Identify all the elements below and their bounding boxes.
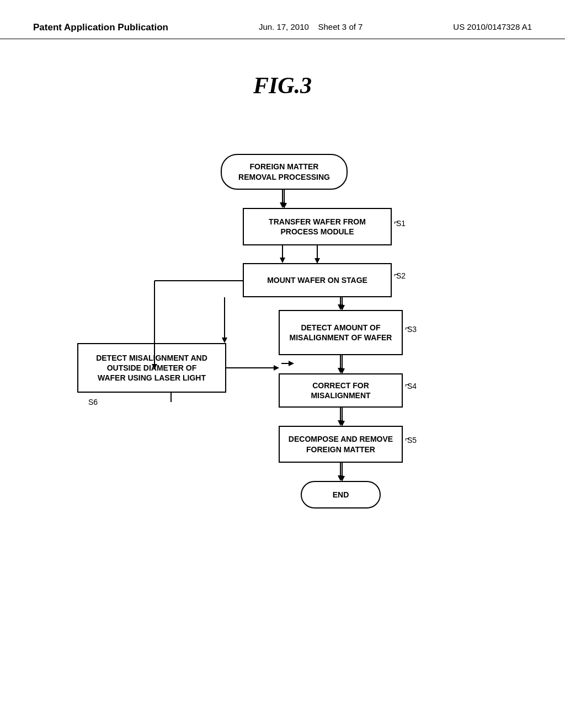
svg-marker-7 bbox=[222, 338, 227, 343]
svg-marker-27 bbox=[274, 365, 279, 371]
s4-node: CORRECT FOR MISALIGNMENT bbox=[279, 373, 403, 408]
diagram-container: FOREIGN MATTER REMOVAL PROCESSING TRANSF… bbox=[0, 126, 565, 623]
svg-marker-3 bbox=[280, 258, 285, 263]
svg-marker-15 bbox=[289, 361, 294, 366]
svg-marker-1 bbox=[280, 202, 285, 208]
figure-title: FIG.3 bbox=[0, 72, 565, 99]
header-patent-number: US 2010/0147328 A1 bbox=[453, 22, 532, 31]
s5-node: DECOMPOSE AND REMOVE FOREIGN MATTER bbox=[279, 426, 403, 463]
svg-marker-5 bbox=[338, 304, 343, 310]
s1-node: TRANSFER WAFER FROM PROCESS MODULE bbox=[243, 208, 392, 245]
header-publication: Patent Application Publication bbox=[33, 22, 168, 33]
s3-node: DETECT AMOUNT OF MISALIGNMENT OF WAFER bbox=[279, 310, 403, 355]
s2-node: MOUNT WAFER ON STAGE bbox=[243, 263, 392, 297]
end-node: END bbox=[301, 481, 381, 508]
svg-marker-9 bbox=[338, 368, 343, 373]
s6-label: S6 bbox=[88, 398, 98, 406]
s6-node: DETECT MISALIGNMENT AND OUTSIDE DIAMETER… bbox=[77, 343, 226, 393]
svg-marker-13 bbox=[338, 475, 343, 481]
start-node: FOREIGN MATTER REMOVAL PROCESSING bbox=[221, 154, 348, 190]
svg-marker-11 bbox=[338, 420, 343, 426]
page-header: Patent Application Publication Jun. 17, … bbox=[0, 0, 565, 39]
header-date-sheet: Jun. 17, 2010 Sheet 3 of 7 bbox=[259, 22, 363, 31]
